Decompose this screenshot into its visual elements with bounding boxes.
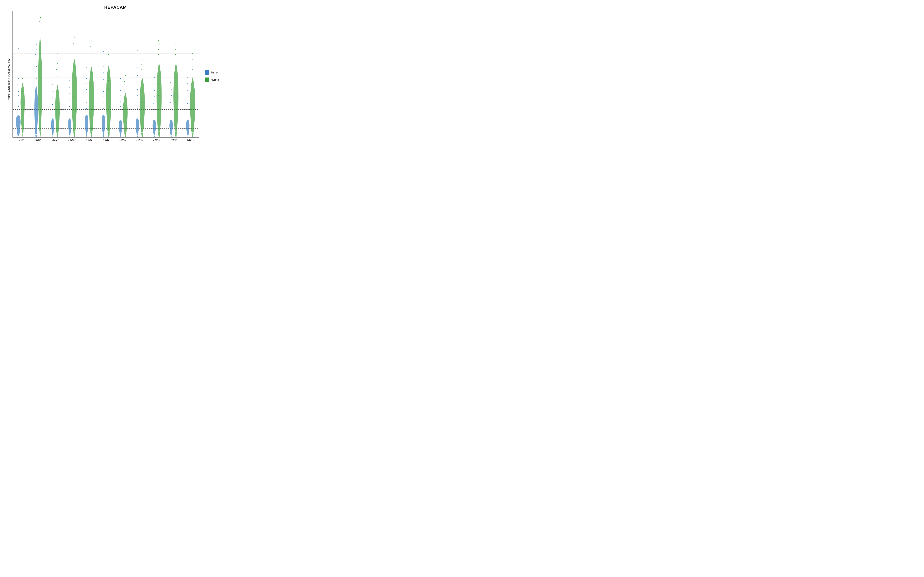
violin-brca-tumor bbox=[34, 44, 38, 137]
svg-point-29 bbox=[39, 21, 40, 22]
violin-brca-normal bbox=[38, 14, 42, 137]
svg-point-86 bbox=[120, 101, 121, 102]
svg-point-137 bbox=[187, 90, 188, 91]
svg-point-17 bbox=[23, 71, 23, 73]
svg-point-143 bbox=[192, 60, 193, 60]
svg-point-80 bbox=[108, 47, 108, 48]
svg-point-88 bbox=[120, 90, 121, 91]
legend-label-normal: Normal bbox=[211, 78, 220, 81]
svg-point-113 bbox=[154, 90, 155, 91]
svg-point-99 bbox=[137, 89, 138, 90]
svg-point-30 bbox=[40, 17, 41, 18]
svg-point-132 bbox=[176, 44, 176, 45]
svg-point-14 bbox=[18, 48, 19, 50]
svg-point-85 bbox=[120, 106, 121, 107]
svg-point-53 bbox=[73, 97, 74, 97]
svg-point-35 bbox=[53, 91, 53, 92]
svg-point-81 bbox=[108, 88, 109, 89]
x-label-kich: KICH bbox=[81, 137, 97, 141]
svg-point-112 bbox=[154, 97, 155, 97]
svg-point-90 bbox=[120, 78, 121, 79]
plot-area: 0 2 4 6 8 10 bbox=[13, 11, 199, 137]
svg-point-75 bbox=[103, 73, 104, 74]
svg-point-117 bbox=[158, 54, 159, 55]
svg-point-102 bbox=[137, 67, 137, 68]
svg-point-24 bbox=[36, 54, 36, 55]
svg-point-77 bbox=[103, 51, 104, 52]
svg-point-96 bbox=[137, 108, 138, 110]
svg-point-69 bbox=[103, 108, 104, 110]
svg-point-76 bbox=[103, 66, 103, 67]
violin-ucec-tumor bbox=[186, 77, 189, 137]
svg-point-63 bbox=[86, 67, 87, 68]
svg-point-11 bbox=[18, 91, 19, 92]
violin-kirc-normal bbox=[106, 47, 111, 137]
svg-point-9 bbox=[18, 102, 18, 103]
svg-point-98 bbox=[137, 95, 138, 97]
svg-point-54 bbox=[74, 89, 74, 90]
svg-point-139 bbox=[187, 77, 188, 78]
violin-prad-normal bbox=[157, 40, 162, 137]
svg-point-41 bbox=[57, 53, 58, 54]
svg-point-126 bbox=[171, 95, 172, 97]
legend-box-normal bbox=[205, 77, 209, 82]
svg-point-144 bbox=[192, 53, 193, 54]
svg-point-10 bbox=[18, 95, 19, 97]
svg-point-70 bbox=[103, 102, 103, 103]
violin-lusc-tumor bbox=[136, 50, 139, 137]
svg-point-51 bbox=[74, 37, 75, 37]
x-label-thca: THCA bbox=[165, 137, 182, 141]
svg-point-13 bbox=[18, 78, 19, 79]
violin-coad-tumor bbox=[51, 84, 55, 137]
violin-lusc-normal bbox=[140, 60, 145, 137]
svg-point-128 bbox=[170, 82, 171, 83]
x-labels: BLCA BRCA COAD HNSC KICH KIRC LUAD LUSC … bbox=[13, 137, 199, 141]
svg-point-36 bbox=[52, 84, 53, 85]
x-label-luad: LUAD bbox=[114, 137, 131, 141]
svg-point-103 bbox=[137, 50, 138, 51]
svg-point-122 bbox=[158, 95, 159, 97]
svg-point-73 bbox=[103, 85, 103, 87]
violin-blca-tumor bbox=[16, 48, 21, 136]
plot-area-wrapper: 0 2 4 6 8 10 bbox=[13, 11, 201, 141]
svg-point-79 bbox=[108, 54, 109, 55]
violin-coad-normal bbox=[55, 53, 60, 137]
x-label-prad: PRAD bbox=[149, 137, 165, 141]
svg-point-62 bbox=[87, 73, 87, 74]
svg-point-121 bbox=[158, 84, 158, 85]
x-label-ucec: UCEC bbox=[182, 137, 199, 141]
svg-point-120 bbox=[158, 40, 159, 41]
svg-point-100 bbox=[137, 82, 137, 83]
x-label-lusc: LUSC bbox=[131, 137, 148, 141]
svg-point-93 bbox=[124, 81, 125, 82]
svg-point-43 bbox=[69, 106, 70, 107]
x-label-blca: BLCA bbox=[13, 137, 29, 141]
svg-point-20 bbox=[36, 78, 37, 79]
legend-item-tumor: Tumor bbox=[205, 70, 222, 75]
svg-point-130 bbox=[175, 54, 176, 55]
svg-point-107 bbox=[142, 60, 143, 60]
violin-hnsc-normal bbox=[72, 37, 77, 137]
svg-point-83 bbox=[108, 74, 108, 75]
legend-label-tumor: Tumor bbox=[211, 71, 218, 74]
svg-point-72 bbox=[103, 91, 104, 92]
x-label-brca: BRCA bbox=[29, 137, 47, 141]
svg-point-87 bbox=[121, 95, 121, 97]
svg-point-115 bbox=[154, 77, 155, 78]
violin-luad-tumor bbox=[119, 78, 122, 137]
chart-legend: Tumor Normal bbox=[201, 11, 226, 141]
svg-point-131 bbox=[175, 49, 176, 50]
violin-kich-normal bbox=[89, 40, 94, 137]
svg-point-89 bbox=[120, 84, 121, 85]
violin-chart bbox=[13, 11, 199, 137]
svg-point-66 bbox=[90, 46, 91, 47]
svg-point-21 bbox=[36, 71, 36, 73]
violin-ucec-normal bbox=[190, 53, 195, 137]
svg-point-92 bbox=[124, 87, 125, 88]
svg-point-22 bbox=[36, 66, 37, 67]
svg-point-136 bbox=[188, 97, 189, 97]
svg-point-114 bbox=[153, 84, 154, 84]
svg-point-106 bbox=[141, 64, 142, 65]
svg-point-8 bbox=[18, 106, 19, 107]
svg-point-56 bbox=[86, 108, 87, 109]
